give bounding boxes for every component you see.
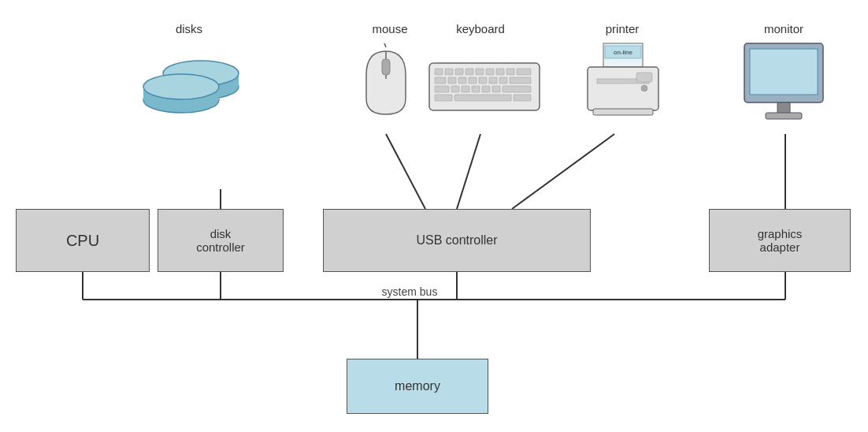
keyboard-label: keyboard bbox=[441, 22, 520, 35]
svg-line-10 bbox=[512, 134, 614, 209]
disk-controller-box: disk controller bbox=[158, 209, 284, 272]
mouse-label: mouse bbox=[358, 22, 421, 35]
memory-label: memory bbox=[395, 379, 440, 393]
graphics-adapter-label: graphics adapter bbox=[758, 227, 803, 254]
cpu-label: CPU bbox=[66, 232, 99, 250]
monitor-label: monitor bbox=[748, 22, 819, 35]
svg-rect-59 bbox=[777, 102, 790, 114]
svg-rect-47 bbox=[454, 95, 511, 101]
printer-icon: on-line bbox=[581, 39, 668, 130]
usb-controller-box: USB controller bbox=[323, 209, 591, 272]
svg-rect-23 bbox=[445, 69, 453, 75]
keyboard-icon bbox=[425, 47, 543, 118]
svg-rect-56 bbox=[593, 109, 653, 115]
svg-rect-60 bbox=[766, 113, 802, 119]
svg-rect-45 bbox=[503, 86, 531, 92]
svg-rect-38 bbox=[510, 77, 531, 84]
svg-rect-28 bbox=[496, 69, 504, 75]
svg-rect-41 bbox=[462, 86, 469, 92]
memory-box: memory bbox=[347, 359, 488, 414]
cpu-box: CPU bbox=[16, 209, 150, 272]
svg-rect-37 bbox=[499, 77, 507, 84]
svg-line-8 bbox=[386, 134, 425, 209]
svg-text:on-line: on-line bbox=[614, 49, 633, 56]
svg-rect-34 bbox=[469, 77, 477, 84]
printer-label: printer bbox=[587, 22, 658, 35]
svg-rect-48 bbox=[514, 95, 531, 101]
svg-rect-20 bbox=[382, 59, 390, 75]
svg-rect-25 bbox=[466, 69, 473, 75]
svg-rect-35 bbox=[479, 77, 487, 84]
graphics-adapter-box: graphics adapter bbox=[709, 209, 851, 272]
svg-rect-46 bbox=[435, 95, 452, 101]
svg-rect-24 bbox=[455, 69, 463, 75]
svg-rect-32 bbox=[448, 77, 456, 84]
svg-rect-39 bbox=[435, 86, 449, 92]
svg-rect-30 bbox=[517, 69, 531, 75]
svg-point-18 bbox=[143, 74, 219, 99]
svg-rect-44 bbox=[492, 86, 500, 92]
svg-rect-27 bbox=[486, 69, 494, 75]
svg-point-55 bbox=[641, 85, 647, 91]
mouse-icon bbox=[358, 43, 414, 122]
svg-rect-26 bbox=[476, 69, 484, 75]
svg-rect-22 bbox=[435, 69, 443, 75]
svg-rect-58 bbox=[750, 49, 818, 95]
disks-label: disks bbox=[150, 22, 228, 35]
svg-line-9 bbox=[457, 134, 480, 209]
svg-rect-36 bbox=[489, 77, 497, 84]
svg-rect-42 bbox=[472, 86, 480, 92]
diagram: disks mouse keyboard bbox=[0, 0, 868, 432]
svg-rect-29 bbox=[506, 69, 514, 75]
svg-rect-40 bbox=[451, 86, 459, 92]
system-bus-label: system bus bbox=[362, 285, 457, 298]
monitor-icon bbox=[740, 39, 827, 134]
disk-icons bbox=[134, 43, 244, 122]
svg-rect-33 bbox=[458, 77, 466, 84]
svg-rect-54 bbox=[636, 73, 652, 82]
svg-rect-43 bbox=[482, 86, 490, 92]
disk-controller-label: disk controller bbox=[196, 227, 245, 254]
usb-controller-label: USB controller bbox=[416, 233, 497, 248]
svg-rect-31 bbox=[435, 77, 446, 84]
